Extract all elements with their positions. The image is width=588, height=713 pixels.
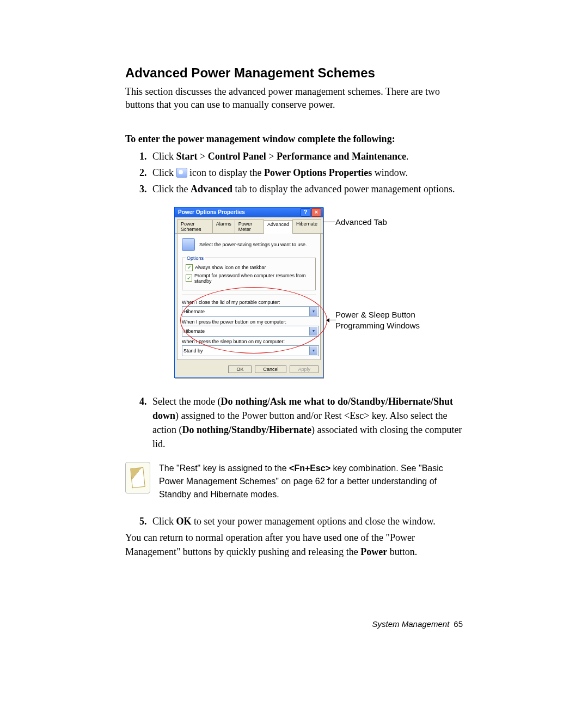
tab-alarms[interactable]: Alarms xyxy=(212,220,235,233)
page-footer: System Management65 xyxy=(125,619,463,629)
checkbox-show-icon[interactable] xyxy=(186,264,193,271)
tab-power-meter[interactable]: Power Meter xyxy=(235,220,264,233)
dialog-title: Power Options Properties xyxy=(178,209,245,215)
sleep-button-select[interactable]: Stand by ▾ xyxy=(182,345,319,356)
steps-list-cont2: Click OK to set your power management op… xyxy=(125,514,463,528)
closing-paragraph: You can return to normal operation after… xyxy=(125,531,463,559)
chevron-down-icon: ▾ xyxy=(309,346,317,355)
step1-start: Start xyxy=(176,151,198,162)
dialog-tabs: Power Schemes Alarms Power Meter Advance… xyxy=(175,217,323,234)
step-3: Click the Advanced tab to display the ad… xyxy=(149,182,463,196)
tab-hibernate[interactable]: Hibernate xyxy=(292,220,321,233)
page-heading: Advanced Power Management Schemes xyxy=(125,65,463,81)
close-lid-select[interactable]: Hibernate ▾ xyxy=(182,306,319,317)
apply-button: Apply xyxy=(290,365,318,373)
footer-page-number: 65 xyxy=(454,619,463,629)
figure-callouts: Advanced Tab Power & Sleep Button Progra… xyxy=(335,207,444,378)
power-options-icon xyxy=(176,168,187,178)
step-4: Select the mode (Do nothing/Ask me what … xyxy=(149,394,463,451)
close-lid-label: When I close the lid of my portable comp… xyxy=(182,300,316,305)
chevron-down-icon: ▾ xyxy=(309,327,317,336)
power-buttons-group: When I close the lid of my portable comp… xyxy=(182,295,316,356)
close-lid-value: Hibernate xyxy=(183,309,205,314)
chevron-down-icon: ▾ xyxy=(309,307,317,316)
tab-advanced[interactable]: Advanced xyxy=(264,220,293,234)
dialog-buttons: OK Cancel Apply xyxy=(175,362,323,377)
cancel-button[interactable]: Cancel xyxy=(255,365,286,373)
power-button-value: Hibernate xyxy=(183,328,205,334)
footer-section: System Management xyxy=(372,619,450,629)
options-group: Options Always show icon on the taskbar … xyxy=(182,255,316,290)
checkbox-prompt-password[interactable] xyxy=(186,275,192,282)
help-button[interactable]: ? xyxy=(301,208,310,217)
sleep-button-value: Stand by xyxy=(183,348,203,354)
dialog-figure: Power Options Properties ? × Power Schem… xyxy=(125,207,463,378)
power-options-dialog: Power Options Properties ? × Power Schem… xyxy=(174,207,323,378)
step1-perfmaint: Performance and Maintenance xyxy=(277,151,406,162)
checkbox-show-icon-label: Always show icon on the taskbar xyxy=(195,265,266,270)
options-legend: Options xyxy=(186,255,205,261)
close-button[interactable]: × xyxy=(311,208,321,217)
step-5: Click OK to set your power management op… xyxy=(149,514,463,528)
intro-paragraph: This section discusses the advanced powe… xyxy=(125,85,463,112)
tab-body: Select the power-saving settings you wan… xyxy=(177,234,321,360)
step-2: Click icon to display the Power Options … xyxy=(149,166,463,180)
callout-connector-top xyxy=(323,222,335,222)
note-text: The "Rest" key is assigned to the <Fn+Es… xyxy=(159,462,463,501)
subheading: To enter the power management window com… xyxy=(125,133,463,145)
power-button-label: When I press the power button on my comp… xyxy=(182,319,316,325)
checkbox-prompt-password-label: Prompt for password when computer resume… xyxy=(194,273,312,284)
note-icon xyxy=(125,462,150,493)
dialog-titlebar: Power Options Properties ? × xyxy=(175,208,323,217)
step-1: Click Start > Control Panel > Performanc… xyxy=(149,149,463,163)
ok-button[interactable]: OK xyxy=(228,365,252,373)
power-button-select[interactable]: Hibernate ▾ xyxy=(182,326,319,337)
battery-icon xyxy=(182,238,195,251)
callout-programming-windows: Power & Sleep Button Programming Windows xyxy=(335,309,444,332)
sleep-button-label: When I press the sleep button on my comp… xyxy=(182,339,316,344)
step1-controlpanel: Control Panel xyxy=(208,151,266,162)
note: The "Rest" key is assigned to the <Fn+Es… xyxy=(125,462,463,501)
hint-text: Select the power-saving settings you wan… xyxy=(199,242,307,247)
steps-list: Click Start > Control Panel > Performanc… xyxy=(125,149,463,196)
step1-text: Click xyxy=(152,151,176,162)
callout-arrow-icon xyxy=(326,318,329,322)
callout-advanced-tab: Advanced Tab xyxy=(335,217,387,228)
tab-power-schemes[interactable]: Power Schemes xyxy=(177,220,213,233)
steps-list-cont: Select the mode (Do nothing/Ask me what … xyxy=(125,394,463,451)
